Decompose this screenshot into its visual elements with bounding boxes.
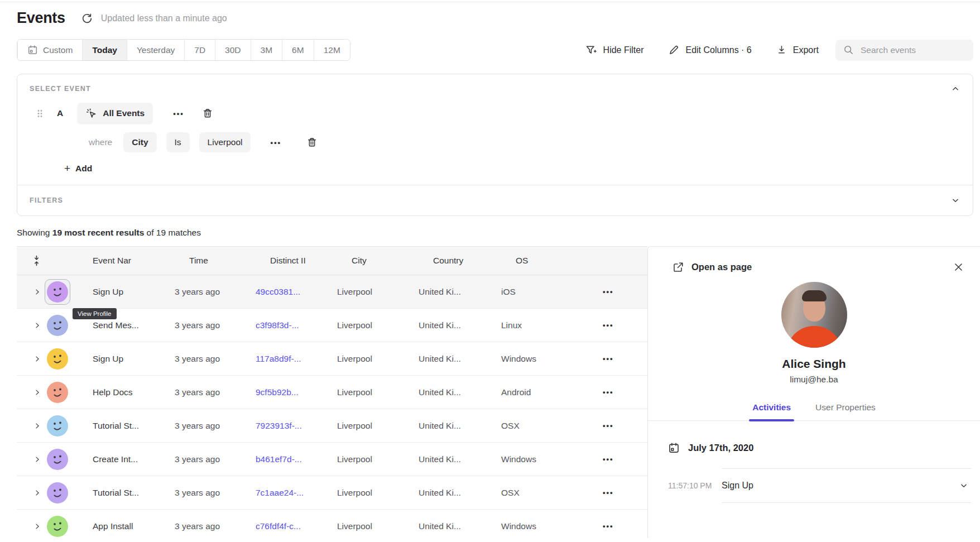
distinct-id-link[interactable]: c76fdf4f-c... xyxy=(256,521,337,531)
distinct-id-link[interactable]: 7c1aae24-... xyxy=(256,488,337,498)
cursor-sparkle-icon xyxy=(85,108,97,119)
select-event-label: SELECT EVENT xyxy=(30,85,91,93)
table-row[interactable]: Sign Up 3 years ago 49cc0381... Liverpoo… xyxy=(17,275,647,309)
table-row[interactable]: Tutorial St... 3 years ago 7923913f-... … xyxy=(17,409,647,443)
event-clause-row: A All Events ••• xyxy=(36,102,973,124)
where-more-menu[interactable]: ••• xyxy=(270,138,281,147)
profile-avatar[interactable] xyxy=(45,447,70,472)
distinct-id-link[interactable]: 117a8d9f-... xyxy=(256,354,337,364)
refresh-icon[interactable] xyxy=(81,12,93,25)
time-cell: 3 years ago xyxy=(175,454,256,464)
search-input[interactable] xyxy=(861,45,965,55)
profile-photo xyxy=(781,282,847,348)
toolbar-actions: Hide Filter Edit Columns · 6 Export xyxy=(585,44,819,56)
date-range-option[interactable]: Yesterday xyxy=(127,40,184,60)
row-more-menu[interactable]: ••• xyxy=(603,455,647,463)
operator-chip[interactable]: Is xyxy=(166,132,190,152)
collapse-rows-icon[interactable] xyxy=(32,255,44,267)
activity-date-label: July 17th, 2020 xyxy=(688,443,753,453)
property-chip[interactable]: City xyxy=(123,132,156,152)
column-header[interactable]: Distinct II xyxy=(256,256,337,266)
column-header[interactable]: Event Nar xyxy=(78,256,175,266)
chevron-right-icon[interactable] xyxy=(33,422,44,430)
profile-avatar[interactable] xyxy=(45,313,70,338)
chevron-right-icon[interactable] xyxy=(33,288,44,296)
table-row[interactable]: Tutorial St... 3 years ago 7c1aae24-... … xyxy=(17,476,647,510)
date-range-option[interactable]: Custom xyxy=(17,40,82,60)
chevron-right-icon[interactable] xyxy=(33,388,44,396)
column-header[interactable]: OS xyxy=(501,256,584,266)
row-more-menu[interactable]: ••• xyxy=(603,321,647,329)
drag-handle-icon[interactable] xyxy=(36,109,44,118)
chevron-right-icon[interactable] xyxy=(33,355,44,363)
country-cell: United Ki... xyxy=(419,320,501,330)
row-more-menu[interactable]: ••• xyxy=(603,522,647,530)
chevron-right-icon[interactable] xyxy=(33,522,44,530)
profile-avatar[interactable] xyxy=(45,279,70,305)
date-range-option[interactable]: 7D xyxy=(184,40,215,60)
activity-event-expander[interactable]: Sign Up xyxy=(722,468,971,503)
event-trash-icon[interactable] xyxy=(202,108,213,119)
chevron-right-icon[interactable] xyxy=(33,489,44,497)
profile-avatar[interactable] xyxy=(45,413,70,439)
os-cell: Windows xyxy=(501,521,584,531)
close-icon[interactable] xyxy=(954,262,963,272)
event-name-cell: Send Mes... xyxy=(78,320,175,330)
results-summary: Showing 19 most recent results of 19 mat… xyxy=(17,228,980,238)
external-link-icon xyxy=(672,261,684,273)
chevron-right-icon[interactable] xyxy=(33,455,44,463)
os-cell: Windows xyxy=(501,454,584,464)
date-range-option[interactable]: 6M xyxy=(282,40,314,60)
event-name-cell: Tutorial St... xyxy=(78,488,175,498)
row-more-menu[interactable]: ••• xyxy=(603,287,647,296)
edit-columns-label: Edit Columns · 6 xyxy=(685,45,751,55)
table-row[interactable]: App Install 3 years ago c76fdf4f-c... Li… xyxy=(17,510,647,538)
profile-avatar[interactable] xyxy=(45,346,70,372)
event-more-menu[interactable]: ••• xyxy=(173,109,184,118)
profile-avatar[interactable] xyxy=(45,514,70,539)
edit-columns-button[interactable]: Edit Columns · 6 xyxy=(668,45,751,56)
table-row[interactable]: Help Docs 3 years ago 9cf5b92b... Liverp… xyxy=(17,376,647,409)
distinct-id-link[interactable]: 7923913f-... xyxy=(256,421,337,431)
row-more-menu[interactable]: ••• xyxy=(603,388,647,396)
profile-tab[interactable]: Activities xyxy=(751,399,792,420)
open-as-page-button[interactable]: Open as page xyxy=(672,261,752,273)
country-cell: United Ki... xyxy=(419,421,501,431)
date-range-option[interactable]: Today xyxy=(82,40,127,60)
add-clause-button[interactable]: + Add xyxy=(64,162,973,175)
row-more-menu[interactable]: ••• xyxy=(603,421,647,430)
date-range-control: Custom Today xyxy=(17,39,350,61)
table-row[interactable]: Sign Up 3 years ago 117a8d9f-... Liverpo… xyxy=(17,342,647,376)
export-button[interactable]: Export xyxy=(776,45,819,55)
profile-avatar[interactable] xyxy=(45,480,70,506)
view-profile-tooltip: View Profile xyxy=(73,308,117,319)
search-events-box[interactable] xyxy=(835,40,973,61)
date-range-option[interactable]: 30D xyxy=(215,40,250,60)
distinct-id-link[interactable]: 9cf5b92b... xyxy=(256,387,337,397)
chevron-right-icon[interactable] xyxy=(33,322,44,329)
filters-section-toggle[interactable]: FILTERS xyxy=(17,185,973,215)
profile-tab[interactable]: User Properties xyxy=(814,399,877,420)
pencil-icon xyxy=(668,45,679,56)
column-header[interactable]: Time xyxy=(175,256,256,266)
collapse-chevron-up-icon[interactable] xyxy=(950,84,960,94)
date-range-option[interactable]: 3M xyxy=(251,40,282,60)
event-selector-chip[interactable]: All Events xyxy=(77,103,153,124)
date-range-option[interactable]: 12M xyxy=(314,40,350,60)
activity-date-row: July 17th, 2020 xyxy=(668,442,980,454)
hide-filter-button[interactable]: Hide Filter xyxy=(585,44,644,56)
event-name-cell: App Install xyxy=(78,521,175,531)
time-cell: 3 years ago xyxy=(175,421,256,431)
column-header[interactable]: City xyxy=(337,256,419,266)
table-row[interactable]: Create Int... 3 years ago b461ef7d-... L… xyxy=(17,443,647,476)
column-header[interactable]: Country xyxy=(419,256,501,266)
profile-panel-header: Open as page xyxy=(648,247,980,273)
value-chip[interactable]: Liverpool xyxy=(199,132,251,152)
row-more-menu[interactable]: ••• xyxy=(603,354,647,363)
row-more-menu[interactable]: ••• xyxy=(603,488,647,497)
profile-avatar[interactable] xyxy=(45,380,70,405)
distinct-id-link[interactable]: b461ef7d-... xyxy=(256,454,337,464)
distinct-id-link[interactable]: c3f98f3d-... xyxy=(256,320,337,330)
where-trash-icon[interactable] xyxy=(306,137,318,148)
distinct-id-link[interactable]: 49cc0381... xyxy=(256,287,337,297)
